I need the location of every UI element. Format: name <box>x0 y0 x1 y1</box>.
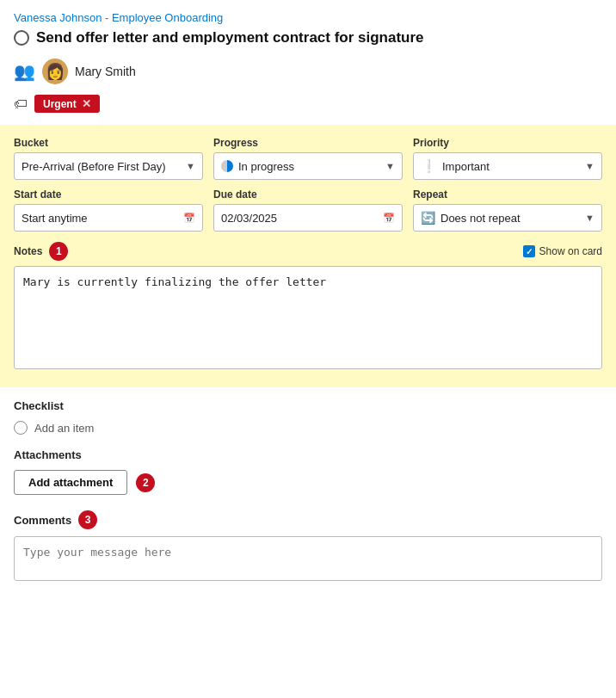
priority-chevron-icon: ▼ <box>585 161 594 171</box>
due-date-select[interactable]: 02/03/2025 📅 <box>213 204 403 232</box>
due-date-select-inner: 02/03/2025 <box>221 212 383 225</box>
avatar: 👩 <box>42 59 68 84</box>
bottom-section: Checklist Add an item Attachments Add at… <box>0 387 616 593</box>
checklist-section: Checklist Add an item <box>14 399 602 435</box>
attachment-row: Add attachment 2 <box>14 470 602 495</box>
start-date-field: Start date Start anytime 📅 <box>14 188 203 232</box>
priority-field: Priority ❕ Important ▼ <box>413 137 602 180</box>
bucket-chevron-icon: ▼ <box>186 161 195 171</box>
bucket-value: Pre-Arrival (Before First Day) <box>22 160 166 173</box>
show-on-card-row: Show on card <box>523 245 602 257</box>
repeat-chevron-icon: ▼ <box>585 213 594 223</box>
checklist-title: Checklist <box>14 399 602 412</box>
attachments-section: Attachments Add attachment 2 <box>14 448 602 495</box>
repeat-label: Repeat <box>413 188 602 201</box>
progress-value: In progress <box>238 160 294 173</box>
progress-select-inner: In progress <box>221 160 385 173</box>
progress-label: Progress <box>213 137 403 149</box>
task-title: Send offer letter and employment contrac… <box>36 29 424 46</box>
tag-urgent-text: Urgent <box>43 98 77 110</box>
bucket-select[interactable]: Pre-Arrival (Before First Day) ▼ <box>14 152 203 180</box>
comment-input-row <box>14 536 602 581</box>
notes-label: Notes <box>14 245 42 257</box>
checklist-item-checkbox[interactable] <box>14 421 28 435</box>
tag-remove-button[interactable]: ✕ <box>82 97 91 110</box>
label-tag-icon: 🏷 <box>14 96 28 112</box>
progress-dot-icon <box>221 160 233 172</box>
start-date-label: Start date <box>14 188 203 201</box>
checklist-add-item: Add an item <box>14 421 602 435</box>
checklist-add-item-text[interactable]: Add an item <box>34 422 94 435</box>
bucket-select-inner: Pre-Arrival (Before First Day) <box>22 160 186 173</box>
progress-select[interactable]: In progress ▼ <box>213 152 403 180</box>
bucket-label: Bucket <box>14 137 203 149</box>
task-title-row: Send offer letter and employment contrac… <box>14 29 602 46</box>
add-attachment-button[interactable]: Add attachment <box>14 470 127 495</box>
repeat-select-inner: 🔄 Does not repeat <box>421 211 585 225</box>
notes-badge: 1 <box>49 242 68 261</box>
priority-label: Priority <box>413 137 602 149</box>
show-on-card-label: Show on card <box>539 245 602 257</box>
priority-select[interactable]: ❕ Important ▼ <box>413 152 602 180</box>
show-on-card-checkbox[interactable] <box>523 245 535 257</box>
start-date-value: Start anytime <box>22 212 88 225</box>
notes-textarea[interactable]: Mary is currently finalizing the offer l… <box>14 266 602 369</box>
label-tag-urgent: Urgent ✕ <box>34 95 100 113</box>
top-section: Vanessa Johnson - Employee Onboarding Se… <box>0 0 616 120</box>
avatar-face: 👩 <box>46 62 65 81</box>
add-person-icon[interactable]: 👥 <box>14 61 35 82</box>
progress-chevron-icon: ▼ <box>385 161 395 171</box>
progress-field: Progress In progress ▼ <box>213 137 403 180</box>
bucket-field: Bucket Pre-Arrival (Before First Day) ▼ <box>14 137 203 180</box>
notes-section: Notes 1 Show on card Mary is currently f… <box>14 242 602 372</box>
assignee-name: Mary Smith <box>75 65 136 78</box>
priority-value: Important <box>442 160 490 173</box>
start-date-select-inner: Start anytime <box>22 212 183 225</box>
yellow-section: Bucket Pre-Arrival (Before First Day) ▼ … <box>0 125 616 387</box>
comments-section: Comments 3 <box>14 510 602 581</box>
start-date-calendar-icon: 📅 <box>183 213 195 224</box>
comments-badge: 3 <box>78 510 97 529</box>
notes-header: Notes 1 Show on card <box>14 242 602 261</box>
due-date-label: Due date <box>213 188 403 201</box>
repeat-value: Does not repeat <box>440 212 521 225</box>
breadcrumb[interactable]: Vanessa Johnson - Employee Onboarding <box>14 11 223 24</box>
label-row: 🏷 Urgent ✕ <box>14 95 602 113</box>
comments-input[interactable] <box>14 536 602 581</box>
task-complete-checkbox[interactable] <box>14 30 29 46</box>
repeat-select[interactable]: 🔄 Does not repeat ▼ <box>413 204 602 232</box>
attachments-title: Attachments <box>14 448 602 461</box>
due-date-value: 02/03/2025 <box>221 212 277 225</box>
repeat-icon: 🔄 <box>421 211 435 225</box>
comments-title: Comments <box>14 514 71 527</box>
priority-exclamation-icon: ❕ <box>421 158 437 174</box>
due-date-calendar-icon: 📅 <box>383 213 395 224</box>
start-date-select[interactable]: Start anytime 📅 <box>14 204 203 232</box>
assignee-row: 👥 👩 Mary Smith <box>14 59 602 84</box>
fields-grid: Bucket Pre-Arrival (Before First Day) ▼ … <box>14 137 602 232</box>
priority-select-inner: ❕ Important <box>421 158 585 174</box>
repeat-field: Repeat 🔄 Does not repeat ▼ <box>413 188 602 232</box>
attachments-badge: 2 <box>136 473 155 492</box>
due-date-field: Due date 02/03/2025 📅 <box>213 188 403 232</box>
